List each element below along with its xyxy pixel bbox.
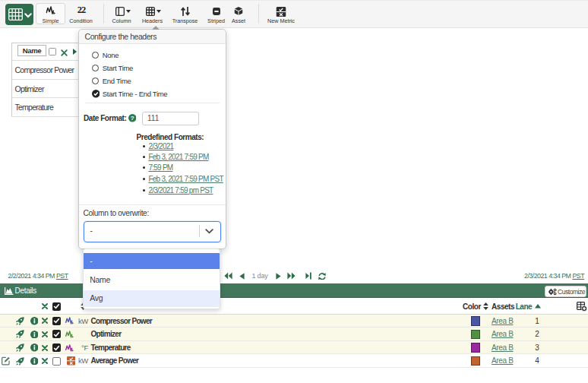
svg-text:?: ? [130, 115, 134, 122]
